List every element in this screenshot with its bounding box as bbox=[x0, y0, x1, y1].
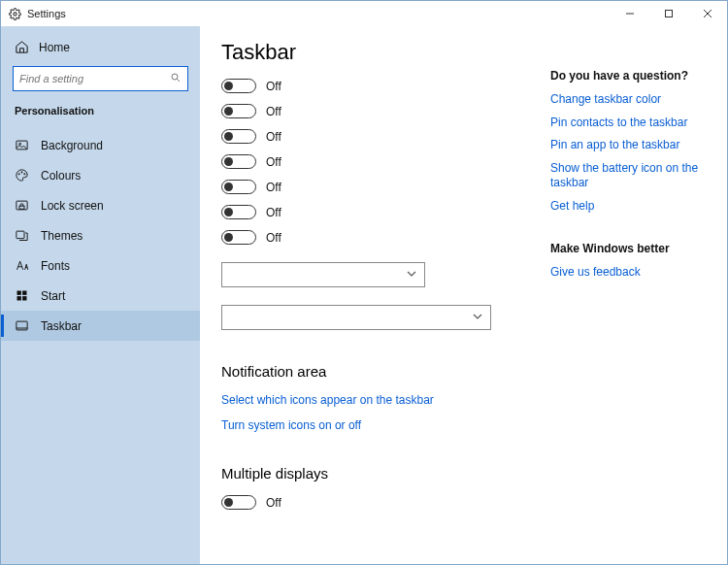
search-box[interactable] bbox=[13, 66, 188, 91]
page-title: Taskbar bbox=[221, 40, 521, 65]
multiple-displays-header: Multiple displays bbox=[221, 465, 521, 482]
dropdown-1[interactable] bbox=[221, 262, 425, 287]
toggle-state: Off bbox=[266, 130, 281, 144]
sidebar-item-background[interactable]: Background bbox=[1, 130, 200, 160]
right-panel: Do you have a question? Change taskbar c… bbox=[543, 26, 727, 564]
toggle-state: Off bbox=[266, 181, 281, 194]
settings-window: Settings Home Personalisation bbox=[0, 0, 728, 565]
question-header: Do you have a question? bbox=[550, 69, 715, 83]
toggle-switch[interactable] bbox=[221, 495, 256, 510]
toggle-state: Off bbox=[266, 206, 281, 219]
sidebar-item-label: Fonts bbox=[41, 259, 70, 273]
toggle-switch[interactable] bbox=[221, 230, 256, 245]
svg-point-10 bbox=[21, 172, 22, 173]
link-system-icons[interactable]: Turn system icons on or off bbox=[221, 418, 521, 432]
link-select-icons[interactable]: Select which icons appear on the taskbar bbox=[221, 393, 521, 407]
toggle-switch[interactable] bbox=[221, 79, 256, 93]
themes-icon bbox=[15, 228, 29, 243]
toggle-row: Off bbox=[221, 495, 521, 510]
svg-point-5 bbox=[172, 74, 178, 80]
titlebar-left: Settings bbox=[1, 8, 66, 20]
toggle-row: Off bbox=[221, 180, 521, 194]
toggle-switch[interactable] bbox=[221, 104, 256, 118]
svg-point-9 bbox=[18, 174, 19, 175]
start-icon bbox=[15, 288, 29, 303]
toggle-switch[interactable] bbox=[221, 154, 256, 169]
help-link[interactable]: Pin an app to the taskbar bbox=[550, 138, 715, 153]
toggle-row: Off bbox=[221, 154, 521, 169]
svg-rect-14 bbox=[17, 231, 24, 239]
titlebar: Settings bbox=[1, 1, 727, 26]
svg-rect-12 bbox=[17, 201, 27, 210]
toggle-row: Off bbox=[221, 129, 521, 144]
toggle-row: Off bbox=[221, 104, 521, 118]
search-icon bbox=[170, 72, 182, 86]
toggle-row: Off bbox=[221, 79, 521, 93]
sidebar: Home Personalisation Background Colours bbox=[1, 26, 200, 564]
svg-rect-18 bbox=[22, 296, 26, 300]
help-link[interactable]: Pin contacts to the taskbar bbox=[550, 116, 715, 131]
toggle-state: Off bbox=[266, 496, 281, 510]
toggle-state: Off bbox=[266, 80, 281, 93]
content: Taskbar Off Off Off Off bbox=[200, 26, 543, 564]
help-link[interactable]: Get help bbox=[550, 199, 715, 215]
toggle-state: Off bbox=[266, 155, 281, 169]
chevron-down-icon bbox=[473, 311, 482, 324]
window-title: Settings bbox=[27, 8, 66, 19]
sidebar-item-fonts[interactable]: Fonts bbox=[1, 250, 200, 281]
body: Home Personalisation Background Colours bbox=[1, 26, 727, 564]
minimize-button[interactable] bbox=[611, 1, 649, 26]
svg-rect-17 bbox=[17, 296, 21, 300]
sidebar-item-label: Lock screen bbox=[41, 199, 104, 213]
sidebar-home-label: Home bbox=[39, 41, 70, 54]
sidebar-item-label: Themes bbox=[41, 229, 83, 243]
sidebar-item-label: Colours bbox=[41, 169, 81, 183]
svg-point-11 bbox=[24, 174, 25, 175]
toggle-state: Off bbox=[266, 105, 281, 118]
sidebar-item-themes[interactable]: Themes bbox=[1, 220, 200, 250]
fonts-icon bbox=[15, 258, 29, 273]
gear-icon bbox=[9, 8, 21, 20]
maximize-button[interactable] bbox=[649, 1, 688, 26]
sidebar-item-label: Taskbar bbox=[41, 319, 82, 333]
toggle-state: Off bbox=[266, 231, 281, 245]
taskbar-icon bbox=[15, 318, 29, 333]
home-icon bbox=[15, 40, 29, 54]
search-input[interactable] bbox=[19, 73, 165, 84]
toggle-switch[interactable] bbox=[221, 205, 256, 219]
sidebar-section-label: Personalisation bbox=[1, 99, 200, 126]
svg-rect-19 bbox=[17, 321, 27, 330]
sidebar-item-taskbar[interactable]: Taskbar bbox=[1, 311, 200, 341]
help-link[interactable]: Show the battery icon on the taskbar bbox=[550, 161, 715, 191]
toggle-switch[interactable] bbox=[221, 129, 256, 144]
svg-rect-15 bbox=[17, 291, 21, 295]
toggle-switch[interactable] bbox=[221, 180, 256, 194]
svg-rect-2 bbox=[666, 11, 673, 17]
window-controls bbox=[611, 1, 727, 26]
feedback-link[interactable]: Give us feedback bbox=[550, 265, 715, 281]
svg-line-6 bbox=[177, 79, 180, 82]
sidebar-item-lockscreen[interactable]: Lock screen bbox=[1, 190, 200, 220]
sidebar-nav: Background Colours Lock screen Themes Fo… bbox=[1, 126, 200, 341]
picture-icon bbox=[15, 138, 29, 152]
toggle-row: Off bbox=[221, 205, 521, 219]
svg-rect-13 bbox=[19, 206, 24, 209]
sidebar-item-start[interactable]: Start bbox=[1, 281, 200, 311]
dropdown-2[interactable] bbox=[221, 305, 491, 330]
sidebar-item-label: Background bbox=[41, 139, 103, 152]
svg-rect-16 bbox=[22, 291, 26, 295]
help-link[interactable]: Change taskbar color bbox=[550, 92, 715, 108]
palette-icon bbox=[15, 168, 29, 183]
sidebar-home[interactable]: Home bbox=[1, 32, 200, 62]
chevron-down-icon bbox=[407, 268, 416, 282]
close-button[interactable] bbox=[688, 1, 727, 26]
feedback-header: Make Windows better bbox=[550, 242, 715, 255]
toggle-row: Off bbox=[221, 230, 521, 245]
sidebar-item-label: Start bbox=[41, 289, 65, 303]
main: Taskbar Off Off Off Off bbox=[200, 26, 727, 564]
svg-point-0 bbox=[14, 12, 17, 15]
lockscreen-icon bbox=[15, 198, 29, 213]
notification-area-header: Notification area bbox=[221, 363, 521, 380]
sidebar-item-colours[interactable]: Colours bbox=[1, 160, 200, 190]
